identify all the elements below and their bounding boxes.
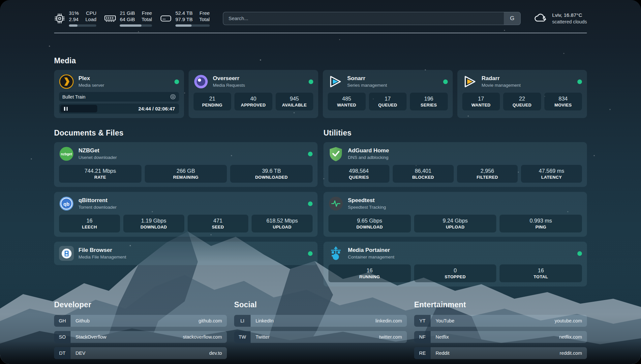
- bookmark-group-title: Entertainment: [414, 300, 587, 309]
- disk-label-top: Free: [199, 10, 210, 16]
- stat-filtered: 2,956 FILTERED: [457, 165, 518, 183]
- stat-movies: 834 MOVIES: [544, 93, 582, 110]
- bookmark-abbr: RE: [414, 347, 431, 359]
- bookmark-url: stackoverflow.com: [183, 334, 227, 340]
- stat-queries: 498,564 QUERIES: [328, 165, 389, 183]
- memory-monitor: 21 GiB 64 GiB Free Total: [104, 10, 152, 27]
- bookmark-abbr: NF: [414, 331, 431, 343]
- bookmark-group-social: Social LI LinkedIn linkedin.com TW Twitt…: [234, 300, 407, 363]
- bookmark-name: Netflix: [431, 334, 449, 340]
- disk-progress-bar: [175, 24, 210, 27]
- stat-latency: 47.569 ms LATENCY: [521, 165, 582, 183]
- service-subtitle: Usenet downloader: [78, 155, 117, 160]
- bookmark-dev[interactable]: DT DEV dev.to: [54, 347, 227, 359]
- service-name: NZBGet: [78, 147, 117, 154]
- service-name: Sonarr: [347, 75, 387, 82]
- bookmark-url: github.com: [198, 318, 227, 323]
- service-card-adguard[interactable]: AdGuard Home DNS and adblocking 498,564 …: [323, 142, 587, 187]
- top-bar: 31% 2.94 CPU Load: [54, 10, 587, 27]
- service-name: AdGuard Home: [348, 147, 389, 154]
- bookmark-name: Reddit: [431, 350, 449, 356]
- service-card-sonarr[interactable]: Sonarr Series management 485 WANTED 17 Q…: [323, 70, 453, 118]
- bookmark-abbr: TW: [234, 331, 251, 343]
- status-dot: [577, 79, 582, 84]
- bookmark-name: LinkedIn: [251, 318, 274, 323]
- bookmark-group-entertainment: Entertainment YT YouTube youtube.com NF …: [414, 300, 587, 363]
- ram-icon: [104, 14, 116, 23]
- bookmark-github[interactable]: GH Github github.com: [54, 315, 227, 327]
- stat-total: 16 TOTAL: [500, 264, 582, 282]
- service-card-filebrowser[interactable]: File Browser Media File Management: [54, 242, 318, 265]
- bookmark-netflix[interactable]: NF Netflix netflix.com: [414, 331, 587, 343]
- plex-logo-icon: [59, 74, 74, 89]
- section-title-documents: Documents & Files: [54, 129, 318, 137]
- radarr-logo-icon: [462, 74, 477, 89]
- stat-blocked: 86,401 BLOCKED: [393, 165, 454, 183]
- google-search-button[interactable]: G: [504, 12, 520, 25]
- bookmark-youtube[interactable]: YT YouTube youtube.com: [414, 315, 587, 327]
- stat-upload: 9.24 Gbps UPLOAD: [414, 215, 497, 232]
- cpu-load-value: 2.94: [69, 16, 79, 22]
- stat-approved: 40 APPROVED: [234, 93, 272, 110]
- service-card-overseerr[interactable]: Overseerr Media Requests 21 PENDING 40 A…: [189, 70, 319, 118]
- pause-button[interactable]: [60, 105, 97, 112]
- stat-available: 945 AVAILABLE: [276, 93, 314, 110]
- now-playing-row: Bullet Train: [59, 92, 179, 102]
- service-name: Media Portainer: [348, 247, 394, 254]
- disk-free-value: 52.4 TB: [175, 10, 193, 16]
- service-card-nzbget[interactable]: nzbget NZBGet Usenet downloader 74: [54, 142, 318, 187]
- overseerr-logo-icon: [194, 74, 208, 89]
- status-dot: [577, 251, 582, 256]
- bookmark-url: dev.to: [209, 350, 227, 356]
- stat-wanted: 17 WANTED: [462, 93, 500, 110]
- bookmark-abbr: SO: [54, 331, 71, 343]
- camera-icon: [170, 94, 176, 100]
- stat-download: 1.19 Gbps DOWNLOAD: [123, 215, 184, 232]
- bookmark-reddit[interactable]: RE Reddit reddit.com: [414, 347, 587, 359]
- service-card-radarr[interactable]: Radarr Movie management 17 WANTED 22 QUE…: [457, 70, 587, 118]
- service-card-plex[interactable]: Plex Media server Bullet Train: [54, 70, 184, 118]
- status-dot: [174, 79, 179, 84]
- stat-stopped: 0 STOPPED: [414, 264, 497, 282]
- service-name: Plex: [78, 75, 104, 82]
- bookmark-url: reddit.com: [560, 350, 587, 356]
- status-dot: [309, 79, 313, 84]
- service-name: Radarr: [482, 75, 521, 82]
- service-card-qbittorrent[interactable]: qb qBittorrent Torrent downloader: [54, 192, 318, 237]
- service-card-portainer[interactable]: Media Portainer Container management 16 …: [323, 242, 587, 287]
- service-card-speedtest[interactable]: Speedtest Speedtest Tracking 9.65 Gbps D…: [323, 192, 587, 237]
- status-dot: [443, 79, 448, 84]
- system-monitors: 31% 2.94 CPU Load: [54, 10, 210, 27]
- now-playing-title: Bullet Train: [62, 94, 85, 100]
- service-name: File Browser: [78, 247, 126, 254]
- bookmark-url: netflix.com: [559, 334, 587, 340]
- qbittorrent-logo-icon: qb: [59, 196, 74, 211]
- service-subtitle: Media server: [78, 82, 104, 88]
- stat-queued: 22 QUEUED: [503, 93, 541, 110]
- memory-free-value: 21 GiB: [120, 10, 135, 16]
- stat-remaining: 266 GB REMAINING: [145, 165, 227, 183]
- playback-time: 24:44 / 02:06:47: [138, 106, 175, 111]
- bookmark-stackoverflow[interactable]: SO StackOverflow stackoverflow.com: [54, 331, 227, 343]
- filebrowser-logo-icon: [59, 246, 74, 261]
- bookmark-name: Twitter: [251, 334, 270, 340]
- service-subtitle: Container management: [348, 254, 394, 260]
- bookmark-name: StackOverflow: [71, 334, 106, 340]
- search-input[interactable]: [223, 12, 521, 25]
- service-name: Speedtest: [348, 197, 386, 204]
- disk-monitor: 52.4 TB 97.9 TB Free Total: [160, 10, 210, 27]
- stat-running: 16 RUNNING: [328, 264, 411, 282]
- bookmark-twitter[interactable]: TW Twitter twitter.com: [234, 331, 407, 343]
- header-divider: [54, 33, 587, 33]
- bookmark-name: YouTube: [431, 318, 454, 323]
- bookmark-linkedin[interactable]: LI LinkedIn linkedin.com: [234, 315, 407, 327]
- service-subtitle: Torrent downloader: [78, 204, 117, 210]
- stat-downloaded: 39.6 TB DOWNLOADED: [230, 165, 313, 183]
- section-title-utilities: Utilities: [323, 129, 587, 137]
- svg-text:nzbget: nzbget: [61, 152, 72, 156]
- stat-download: 9.65 Gbps DOWNLOAD: [328, 215, 411, 232]
- service-subtitle: Media File Management: [78, 254, 126, 260]
- service-subtitle: Series management: [347, 82, 387, 88]
- bookmark-url: youtube.com: [555, 318, 587, 323]
- bookmark-abbr: GH: [54, 315, 71, 327]
